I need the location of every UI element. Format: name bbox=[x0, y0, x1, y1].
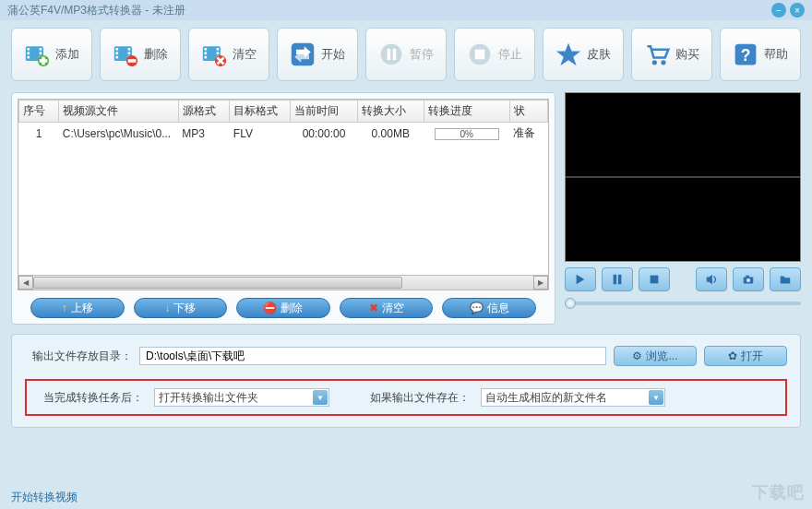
col-index[interactable]: 序号 bbox=[19, 101, 59, 123]
chevron-down-icon: ▼ bbox=[313, 390, 328, 405]
help-icon: ? bbox=[733, 41, 758, 67]
col-size[interactable]: 转换大小 bbox=[357, 101, 424, 123]
table-header-row: 序号 视频源文件 源格式 目标格式 当前时间 转换大小 转换进度 状 bbox=[19, 101, 548, 123]
close-button[interactable]: × bbox=[790, 3, 805, 18]
start-button[interactable]: 开始 bbox=[277, 28, 358, 81]
seek-slider[interactable] bbox=[565, 297, 801, 310]
film-add-icon bbox=[24, 41, 50, 67]
file-list-panel: 序号 视频源文件 源格式 目标格式 当前时间 转换大小 转换进度 状 1 C:\… bbox=[11, 92, 555, 325]
star-icon bbox=[555, 41, 581, 67]
playback-controls bbox=[565, 267, 801, 291]
post-action-box: 当完成转换任务后： 打开转换输出文件夹 ▼ 如果输出文件存在： 自动生成相应的新… bbox=[25, 379, 787, 416]
move-down-button[interactable]: ↓下移 bbox=[134, 298, 228, 318]
row-delete-button[interactable]: ⛔删除 bbox=[236, 298, 330, 318]
after-action-select[interactable]: 打开转换输出文件夹 ▼ bbox=[154, 388, 329, 407]
col-status[interactable]: 状 bbox=[509, 101, 547, 123]
start-convert-link[interactable]: 开始转换视频 bbox=[11, 490, 78, 505]
svg-rect-5 bbox=[40, 52, 42, 54]
col-source[interactable]: 视频源文件 bbox=[59, 101, 178, 123]
svg-rect-37 bbox=[614, 275, 617, 285]
film-delete-icon bbox=[113, 41, 138, 67]
watermark: 下载吧 bbox=[752, 481, 805, 503]
move-up-button[interactable]: ↑上移 bbox=[30, 298, 125, 318]
svg-point-33 bbox=[652, 60, 657, 65]
film-clear-icon bbox=[201, 41, 227, 67]
chevron-down-icon: ▼ bbox=[649, 390, 663, 405]
output-dir-input[interactable] bbox=[139, 347, 606, 365]
skin-button[interactable]: 皮肤 bbox=[543, 28, 624, 81]
stop-button[interactable]: 停止 bbox=[454, 28, 535, 81]
svg-rect-39 bbox=[651, 276, 659, 284]
col-tgtfmt[interactable]: 目标格式 bbox=[230, 101, 291, 123]
svg-rect-20 bbox=[205, 48, 208, 51]
row-clear-button[interactable]: ✖清空 bbox=[340, 298, 434, 318]
progress-bar: 0% bbox=[435, 128, 499, 140]
svg-rect-14 bbox=[128, 48, 131, 51]
browse-button[interactable]: ⚙浏览... bbox=[614, 346, 697, 366]
svg-rect-1 bbox=[28, 48, 30, 51]
stop-icon bbox=[467, 41, 493, 67]
col-progress[interactable]: 转换进度 bbox=[424, 101, 509, 123]
preview-lower bbox=[566, 178, 800, 261]
preview-panel bbox=[565, 92, 801, 262]
player-stop-button[interactable] bbox=[639, 267, 670, 291]
svg-rect-12 bbox=[116, 52, 119, 54]
pause-button[interactable]: 暂停 bbox=[365, 28, 447, 81]
clear-button[interactable]: 清空 bbox=[188, 28, 269, 81]
svg-rect-23 bbox=[217, 48, 220, 51]
folder-button[interactable] bbox=[770, 267, 801, 291]
col-time[interactable]: 当前时间 bbox=[291, 101, 357, 123]
output-dir-label: 输出文件存放目录： bbox=[25, 349, 132, 364]
player-pause-button[interactable] bbox=[602, 267, 633, 291]
svg-rect-11 bbox=[116, 48, 119, 51]
svg-text:?: ? bbox=[741, 46, 751, 65]
svg-rect-3 bbox=[28, 56, 30, 59]
buy-button[interactable]: 购买 bbox=[631, 28, 712, 81]
delete-button[interactable]: 删除 bbox=[100, 28, 181, 81]
exists-label: 如果输出文件存在： bbox=[370, 390, 470, 406]
svg-point-34 bbox=[661, 60, 665, 65]
svg-rect-15 bbox=[128, 52, 131, 54]
svg-rect-9 bbox=[40, 59, 48, 63]
scroll-left-arrow[interactable]: ◀ bbox=[18, 276, 33, 290]
svg-rect-18 bbox=[128, 59, 137, 63]
title-bar: 蒲公英F4V/MP3格式转换器 - 未注册 − × bbox=[0, 0, 812, 20]
main-toolbar: 添加 删除 清空 开始 暂停 停止 皮肤 购买 ? 帮助 bbox=[0, 20, 812, 87]
snapshot-button[interactable] bbox=[733, 267, 764, 291]
open-folder-button[interactable]: ✿打开 bbox=[704, 346, 787, 366]
scroll-right-arrow[interactable]: ▶ bbox=[533, 276, 548, 290]
col-srcfmt[interactable]: 源格式 bbox=[178, 101, 230, 123]
preview-upper bbox=[566, 93, 800, 178]
svg-rect-22 bbox=[205, 56, 208, 59]
horizontal-scrollbar[interactable]: ◀ ▶ bbox=[18, 275, 548, 290]
info-button[interactable]: 💬信息 bbox=[442, 298, 536, 318]
svg-rect-4 bbox=[40, 48, 42, 51]
svg-rect-29 bbox=[388, 49, 391, 60]
after-label: 当完成转换任务后： bbox=[36, 390, 143, 406]
svg-rect-38 bbox=[618, 275, 622, 285]
svg-rect-2 bbox=[28, 52, 30, 54]
convert-icon bbox=[290, 41, 316, 67]
file-table[interactable]: 序号 视频源文件 源格式 目标格式 当前时间 转换大小 转换进度 状 1 C:\… bbox=[18, 99, 549, 290]
output-settings-panel: 输出文件存放目录： ⚙浏览... ✿打开 当完成转换任务后： 打开转换输出文件夹… bbox=[11, 334, 801, 428]
cart-icon bbox=[644, 41, 670, 67]
svg-point-41 bbox=[746, 278, 750, 282]
play-button[interactable] bbox=[565, 267, 596, 291]
svg-rect-24 bbox=[217, 52, 220, 54]
svg-rect-13 bbox=[116, 56, 119, 59]
add-button[interactable]: 添加 bbox=[11, 28, 92, 81]
volume-button[interactable] bbox=[696, 267, 727, 291]
table-row[interactable]: 1 C:\Users\pc\Music\0... MP3 FLV 00:00:0… bbox=[19, 123, 548, 145]
slider-knob[interactable] bbox=[565, 298, 576, 309]
scroll-thumb[interactable] bbox=[33, 277, 402, 289]
window-title: 蒲公英F4V/MP3格式转换器 - 未注册 bbox=[7, 3, 185, 18]
svg-rect-42 bbox=[746, 276, 749, 278]
svg-point-28 bbox=[381, 44, 402, 65]
gear-icon: ⚙ bbox=[632, 349, 642, 362]
minimize-button[interactable]: − bbox=[771, 3, 786, 18]
svg-rect-32 bbox=[475, 50, 485, 60]
reel-icon: ✿ bbox=[728, 349, 737, 362]
svg-rect-30 bbox=[393, 49, 397, 60]
exists-action-select[interactable]: 自动生成相应的新文件名 ▼ bbox=[481, 388, 665, 407]
help-button[interactable]: ? 帮助 bbox=[720, 28, 801, 81]
